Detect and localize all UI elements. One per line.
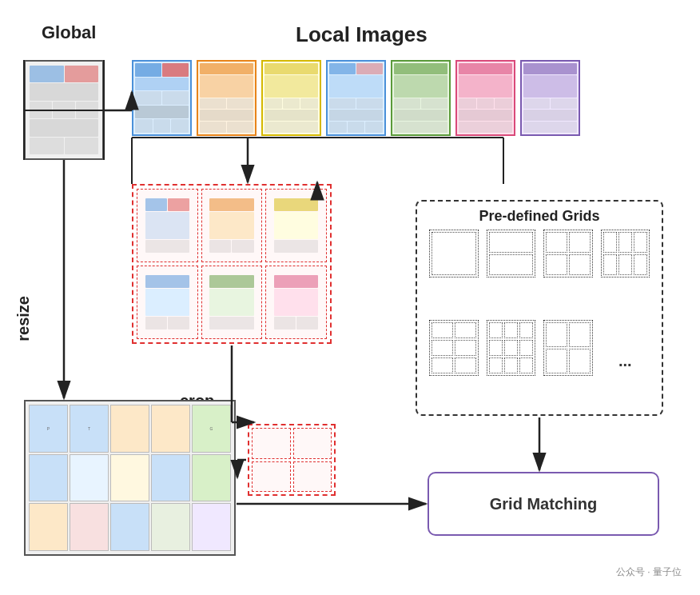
large-global-image: P T G bbox=[24, 400, 236, 556]
grid-pattern-4x2 bbox=[543, 320, 593, 376]
cropped-grid bbox=[132, 184, 332, 344]
grid-pattern-2x2 bbox=[543, 230, 593, 278]
local-img-4 bbox=[391, 60, 451, 136]
grid-pattern-3x3 bbox=[487, 320, 536, 376]
local-img-3 bbox=[326, 60, 386, 136]
grid-matching-box: Grid Matching bbox=[428, 472, 659, 536]
bottom-dashed-grid bbox=[248, 424, 336, 496]
watermark: 公众号 · 量子位 bbox=[612, 564, 686, 581]
grid-pattern-1x2 bbox=[487, 230, 536, 278]
bottom-cell-3 bbox=[293, 461, 332, 493]
grid-pattern-2x3 bbox=[429, 320, 479, 376]
cropped-cell-0 bbox=[137, 189, 198, 262]
bottom-cell-0 bbox=[252, 428, 291, 459]
predefined-grids-label: Pre-defined Grids bbox=[479, 208, 599, 225]
cropped-cell-2 bbox=[265, 189, 327, 262]
grid-pattern-3x2 bbox=[601, 230, 650, 278]
dots-label: ... bbox=[601, 320, 650, 402]
local-img-1 bbox=[197, 60, 257, 136]
local-img-6 bbox=[520, 60, 580, 136]
grid-matching-label: Grid Matching bbox=[490, 495, 597, 513]
grid-pattern-1x1 bbox=[429, 230, 479, 278]
local-images-row bbox=[132, 60, 580, 136]
local-img-5 bbox=[455, 60, 515, 136]
global-label: Global bbox=[42, 22, 96, 43]
cropped-cell-3 bbox=[137, 266, 198, 339]
cropped-cell-4 bbox=[201, 266, 263, 339]
diagram-container: Global Local Images resize crop bbox=[0, 0, 700, 595]
predefined-grids-box: Pre-defined Grids bbox=[416, 200, 663, 416]
global-image bbox=[24, 60, 104, 160]
cropped-cell-1 bbox=[201, 189, 263, 262]
local-img-0 bbox=[132, 60, 192, 136]
cropped-cell-5 bbox=[265, 266, 327, 339]
resize-label: resize bbox=[14, 296, 33, 341]
bottom-cell-1 bbox=[293, 428, 332, 459]
bottom-cell-2 bbox=[252, 461, 291, 493]
local-images-label: Local Images bbox=[296, 22, 428, 47]
local-img-2 bbox=[261, 60, 321, 136]
